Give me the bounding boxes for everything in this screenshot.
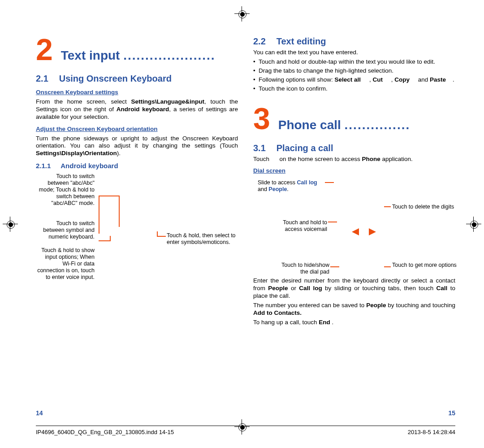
bullet-list: Touch and hold or double-tap within the …	[253, 58, 455, 93]
body-text: To hang up a call, touch End .	[253, 319, 455, 326]
list-item: Drag the tabs to change the high-lighted…	[253, 67, 455, 75]
section-title: Using Onscreen Keyboard	[59, 74, 172, 83]
subheading: Dial screen	[253, 167, 455, 175]
list-item: Touch and hold or double-tap within the …	[253, 58, 455, 66]
registration-mark-icon	[466, 217, 481, 232]
list-item: Following options will show: Select all …	[253, 76, 455, 84]
annotation-text: Slide to access Call log and People.	[258, 179, 325, 193]
arrow-right-icon	[369, 228, 376, 235]
subsection-title: Android keyboard	[60, 162, 118, 170]
body-text: You can edit the text you have entered.	[253, 49, 455, 57]
footer-file: IP4696_6040D_QG_Eng_GB_20_130805.indd 14…	[36, 429, 174, 435]
annotation-text: Touch & hold, then select to enter symbo…	[167, 232, 238, 246]
subsection-number: 2.1.1	[36, 162, 51, 170]
manual-spread: 2 Text input ..................... 2.1 U…	[0, 0, 484, 448]
subheading: Onscreen Keyboard settings	[36, 89, 238, 96]
page-15: 2.2 Text editing You can edit the text y…	[253, 36, 455, 326]
subheading: Adjust the Onscreen Keyboard orientation	[36, 126, 238, 133]
annotation-text: Touch & hold to show input options; When…	[36, 247, 95, 281]
annotation-text: Touch to switch between "abc/Abc" mode; …	[36, 173, 95, 207]
registration-mark-icon	[3, 217, 18, 232]
keyboard-annotation-diagram: Touch to switch between "abc/Abc" mode; …	[36, 173, 238, 294]
body-text: Turn the phone sideways or upright to ad…	[36, 135, 238, 158]
annotation-text: Touch to hide/show the dial pad	[278, 262, 329, 275]
chapter-number: 2	[36, 36, 53, 63]
page-number: 15	[448, 409, 455, 417]
registration-mark-icon	[234, 6, 250, 22]
chapter-title: Text input .....................	[61, 48, 216, 63]
body-text: Enter the desired number from the keyboa…	[253, 277, 455, 300]
dial-screen-diagram: Slide to access Call log and People. Tou…	[253, 177, 455, 275]
chapter-number: 3	[253, 105, 270, 132]
body-text: Touch on the home screen to access Phone…	[253, 156, 455, 163]
section-number: 2.2	[253, 36, 266, 46]
body-text: The number you entered can be saved to P…	[253, 302, 455, 317]
section-title: Text editing	[277, 36, 326, 46]
annotation-text: Touch to switch between symbol and numer…	[36, 220, 95, 240]
body-text: From the home screen, select Settings\La…	[36, 98, 238, 121]
section-number: 2.1	[36, 74, 48, 83]
section-number: 3.1	[253, 143, 266, 153]
chapter-title: Phone call ...............	[278, 117, 411, 133]
page-14: 2 Text input ..................... 2.1 U…	[36, 36, 238, 326]
annotation-text: Touch and hold to access voicemail	[269, 219, 327, 233]
section-title: Placing a call	[277, 143, 333, 153]
list-item: Touch the icon to confirm.	[253, 85, 455, 93]
page-number: 14	[36, 409, 43, 417]
footer-timestamp: 2013-8-5 14:28:44	[408, 429, 455, 435]
print-footer: IP4696_6040D_QG_Eng_GB_20_130805.indd 14…	[36, 426, 455, 435]
annotation-text: Touch to delete the digits	[392, 204, 455, 210]
annotation-text: Touch to get more options	[392, 262, 459, 269]
arrow-left-icon	[352, 228, 359, 235]
